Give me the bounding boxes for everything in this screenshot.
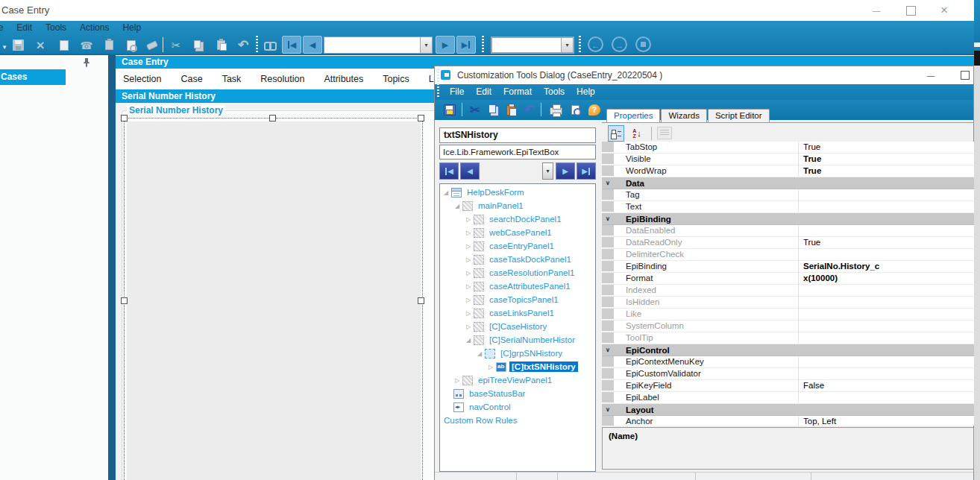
chevron-down-icon[interactable] <box>602 406 614 413</box>
paste-button[interactable] <box>502 101 520 119</box>
tree-item[interactable]: caseEntryPanel1 <box>440 239 595 253</box>
property-row[interactable]: VisibleTrue <box>602 154 974 165</box>
tree-item[interactable]: mainPanel1 <box>440 199 595 212</box>
expand-icon[interactable] <box>464 256 473 263</box>
record-field[interactable] <box>324 37 433 54</box>
context-combobox[interactable] <box>491 37 574 54</box>
property-row[interactable]: EpiKeyFieldFalse <box>602 380 974 392</box>
chevron-down-icon[interactable] <box>602 215 614 222</box>
menu-item-edit[interactable]: Edit <box>10 21 39 35</box>
dialog-menu-item-tools[interactable]: Tools <box>538 84 571 100</box>
property-value[interactable] <box>799 368 974 379</box>
undo-button[interactable] <box>234 37 252 54</box>
nav-dropdown-button[interactable] <box>542 162 553 180</box>
dialog-maximize-button[interactable] <box>957 66 973 84</box>
dialog-menu-item-edit[interactable]: Edit <box>470 84 497 100</box>
nav-first-button[interactable]: ◀ <box>439 162 459 180</box>
expand-icon[interactable] <box>464 270 473 277</box>
tree-item[interactable]: [C]txtSNHistory <box>440 360 595 373</box>
expand-icon[interactable] <box>464 297 473 303</box>
dock-splitter[interactable] <box>108 55 116 480</box>
paste-button[interactable] <box>212 37 230 54</box>
property-value[interactable] <box>799 285 974 296</box>
property-value[interactable]: SerialNo.History_c <box>799 261 974 272</box>
tab-resolution[interactable]: Resolution <box>260 74 304 84</box>
property-value[interactable]: True <box>799 165 974 177</box>
pin-icon[interactable] <box>82 57 91 68</box>
property-row[interactable]: Formatx(10000) <box>602 273 974 285</box>
tree-item[interactable]: [C]grpSNHistory <box>440 347 595 360</box>
tree-item[interactable]: navControl <box>440 400 595 414</box>
cut-button[interactable] <box>167 37 185 54</box>
nav-next-button[interactable]: ▶ <box>436 36 455 54</box>
property-row[interactable]: TabStopTrue <box>602 142 974 154</box>
property-value[interactable] <box>799 297 974 308</box>
tab-attributes[interactable]: Attributes <box>324 74 363 84</box>
nav-first-button[interactable]: ◀ <box>282 36 301 54</box>
field-dropdown-icon[interactable] <box>420 37 432 53</box>
property-row[interactable]: IsHidden <box>602 297 974 309</box>
save-button[interactable] <box>441 101 459 119</box>
property-row[interactable]: DelimiterCheck <box>602 249 974 261</box>
alphabetical-sort-button[interactable]: AZ↓ <box>628 125 646 142</box>
search-button[interactable] <box>261 37 279 54</box>
expand-icon[interactable] <box>453 377 462 384</box>
property-row[interactable]: Text <box>602 201 974 213</box>
property-row[interactable]: DataReadOnlyTrue <box>602 237 974 249</box>
property-value[interactable]: False <box>799 380 974 391</box>
copy-button[interactable] <box>189 37 207 54</box>
tree-item[interactable]: HelpDeskForm <box>440 186 595 199</box>
property-category-row[interactable]: EpiControl <box>602 344 974 356</box>
undo-button[interactable] <box>520 101 538 119</box>
new-button[interactable] <box>55 37 73 54</box>
property-row[interactable]: EpiBindingSerialNo.History_c <box>602 261 974 273</box>
expand-icon[interactable] <box>464 230 473 236</box>
chevron-down-icon[interactable] <box>602 347 614 353</box>
copy-button[interactable] <box>484 101 502 119</box>
categorized-button[interactable] <box>608 125 624 142</box>
property-row[interactable]: WordWrapTrue <box>602 165 974 177</box>
toolbar-dropdown-button[interactable] <box>0 37 9 54</box>
property-row[interactable]: AnchorTop, Left <box>602 416 974 426</box>
property-row[interactable]: DataEnabled <box>602 225 974 237</box>
dialog-tab-properties[interactable]: Properties <box>606 109 660 123</box>
selected-control-type[interactable]: Ice.Lib.Framework.EpiTextBox <box>439 145 596 160</box>
home-button[interactable] <box>635 37 651 52</box>
selection-handle[interactable] <box>121 115 128 121</box>
property-value[interactable] <box>799 189 974 200</box>
property-row[interactable]: Indexed <box>602 285 974 297</box>
selection-handle[interactable] <box>121 297 128 304</box>
nav-prev-button[interactable]: ◀ <box>303 36 322 54</box>
nav-last-button[interactable]: ▶ <box>577 162 596 180</box>
tree-item[interactable]: [C]SerialNumberHistor <box>440 333 595 347</box>
property-value[interactable] <box>799 392 974 403</box>
property-category-row[interactable]: EpiBinding <box>602 213 974 225</box>
collapse-icon[interactable] <box>442 189 450 196</box>
dialog-tab-wizards[interactable]: Wizards <box>661 109 707 123</box>
clipboard-button[interactable] <box>100 37 118 54</box>
minimize-button[interactable] <box>866 0 887 21</box>
tree-item[interactable]: webCasePanel1 <box>440 226 595 239</box>
expand-icon[interactable] <box>486 364 495 370</box>
tree-item[interactable]: caseResolutionPanel1 <box>440 266 595 280</box>
tab-case[interactable]: Case <box>180 74 202 84</box>
tree-item[interactable]: searchDockPanel1 <box>440 212 595 226</box>
tab-task[interactable]: Task <box>222 74 242 84</box>
expand-icon[interactable] <box>464 216 473 223</box>
phone-button[interactable] <box>78 37 95 54</box>
toolbar-grip[interactable] <box>437 69 439 97</box>
tree-item[interactable]: Custom Row Rules <box>440 414 595 427</box>
expand-icon[interactable] <box>464 323 473 330</box>
selection-handle[interactable] <box>418 115 424 121</box>
dialog-menu-item-format[interactable]: Format <box>497 84 538 100</box>
dialog-minimize-button[interactable] <box>921 66 940 84</box>
dialog-menu-item-file[interactable]: File <box>444 84 470 100</box>
cut-button[interactable] <box>466 101 484 119</box>
dialog-menu-item-help[interactable]: Help <box>571 84 601 100</box>
nav-prev-button[interactable]: ◀ <box>460 162 480 180</box>
nav-next-button[interactable]: ▶ <box>556 162 575 180</box>
tree-item[interactable]: [C]CaseHistory <box>440 320 595 333</box>
tree-item[interactable]: caseAttributesPanel1 <box>440 280 595 293</box>
property-value[interactable] <box>799 225 974 236</box>
collapse-icon[interactable] <box>453 203 462 209</box>
